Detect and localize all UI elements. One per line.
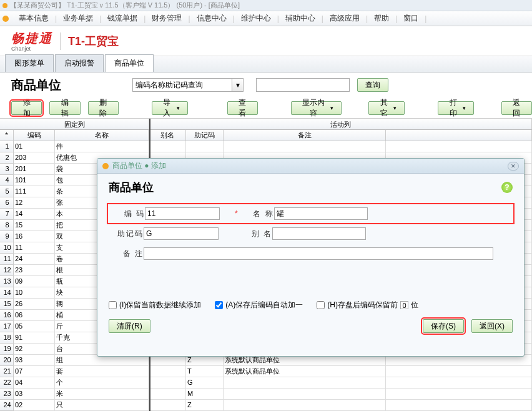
dialog-icon [102, 163, 109, 169]
search-input[interactable] [256, 78, 350, 92]
menu-icon [2, 16, 9, 22]
dialog-title: 商品单位 ● 添加 [112, 161, 166, 171]
app-icon [2, 3, 7, 8]
close-icon[interactable]: ✕ [508, 162, 519, 171]
menu-info[interactable]: 信息中心 [190, 13, 233, 24]
cell-code: 11 [14, 242, 55, 254]
clear-button[interactable]: 清屏(R) [109, 319, 150, 333]
chk-keep-prefix[interactable]: (H)存盘后编码保留前位 [317, 300, 418, 310]
chk-auto-inc-box[interactable] [215, 301, 223, 309]
cell-code: 10 [14, 287, 55, 299]
col-name[interactable]: 名称 [55, 130, 149, 141]
delete-button[interactable]: 删除 [88, 101, 119, 115]
combo-drop-icon[interactable]: ▾ [232, 78, 244, 92]
menu-basic[interactable]: 基本信息 [12, 13, 55, 24]
cell-code: 201 [14, 164, 55, 175]
menu-advanced[interactable]: 高级应用 [323, 13, 366, 24]
cell-name: 套 [55, 366, 149, 377]
table-row[interactable]: 2303米M [0, 389, 532, 400]
menu-assist[interactable]: 辅助中心 [279, 13, 322, 24]
row-num: 17 [0, 321, 14, 332]
col-star[interactable]: * [0, 130, 14, 141]
cell-code: 12 [14, 197, 55, 209]
chk-auto-inc[interactable]: (A)保存后编码自动加一 [215, 300, 303, 310]
cell-mnem: Z [186, 400, 224, 411]
help-icon[interactable]: ? [501, 182, 513, 193]
cell-code: 101 [14, 175, 55, 186]
logo-sub: Chanjet [11, 46, 52, 52]
tab-unit[interactable]: 商品单位 [105, 54, 154, 72]
other-button[interactable]: 其它 [368, 101, 405, 115]
table-row[interactable]: 2107套T系统默认商品单位 [0, 366, 532, 377]
window-titlebar: 【某某商贸公司】 T1-工贸宝 v 11.5（客户端 V 11.5） (50用户… [0, 0, 532, 11]
window-title: 【某某商贸公司】 T1-工贸宝 v 11.5（客户端 V 11.5） (50用户… [10, 1, 240, 10]
main-menubar: 基本信息| 业务单据| 钱流单据| 财务管理| 信息中心| 维护中心| 辅助中心… [0, 11, 532, 26]
col-mnem[interactable]: 助记码 [186, 130, 224, 141]
view-button[interactable]: 查看 [227, 101, 258, 115]
menu-business[interactable]: 业务单据 [57, 13, 99, 24]
menu-cash[interactable]: 钱流单据 [101, 13, 144, 24]
cell-alias [149, 389, 186, 400]
cell-code: 01 [14, 141, 55, 152]
search-button[interactable]: 查询 [357, 78, 388, 92]
row-num: 15 [0, 299, 14, 310]
row-num: 8 [0, 220, 14, 231]
cell-code: 93 [14, 355, 55, 366]
remark-input[interactable] [144, 247, 493, 260]
cell-extra [386, 389, 532, 400]
table-row[interactable]: 101件 [0, 141, 532, 152]
search-combo-input[interactable] [132, 78, 232, 92]
logo-product: T1-工贸宝 [68, 34, 119, 49]
save-button[interactable]: 保存(S) [423, 319, 464, 333]
chk-keep-prefix-box[interactable] [317, 301, 325, 309]
chk-keep-data[interactable]: (I)保留当前数据继续添加 [109, 300, 201, 310]
add-button[interactable]: 添加 [11, 101, 42, 115]
tab-graph[interactable]: 图形菜单 [5, 54, 54, 72]
import-button[interactable]: 导入 [152, 101, 188, 115]
add-unit-dialog: 商品单位 ● 添加 ✕ 商品单位 ? 编 码 * 名 称 助记码 别 名 备 注… [97, 158, 525, 357]
alias-input[interactable] [272, 227, 366, 240]
row-num: 13 [0, 276, 14, 287]
prefix-spin[interactable] [400, 301, 408, 309]
dialog-titlebar[interactable]: 商品单位 ● 添加 ✕ [97, 159, 524, 174]
code-input[interactable] [145, 207, 220, 220]
logo-divider [60, 32, 61, 50]
col-alias[interactable]: 别名 [149, 130, 186, 141]
menu-finance[interactable]: 财务管理 [145, 13, 188, 24]
mnem-input[interactable] [144, 227, 219, 240]
row-num: 3 [0, 164, 14, 175]
cell-code: 05 [14, 321, 55, 332]
col-remark[interactable]: 备注 [224, 130, 386, 141]
dialog-back-button[interactable]: 返回(X) [471, 319, 513, 333]
tab-row: 图形菜单 启动报警 商品单位 [0, 56, 532, 72]
row-num: 1 [0, 141, 14, 152]
search-combo[interactable]: ▾ [132, 78, 244, 92]
cell-remark [224, 389, 386, 400]
menu-help[interactable]: 帮助 [368, 13, 395, 24]
row-num: 4 [0, 175, 14, 186]
cell-code: 04 [14, 377, 55, 389]
cell-name: 只 [55, 400, 149, 411]
cell-code: 16 [14, 231, 55, 242]
name-input[interactable] [274, 207, 368, 220]
menu-window[interactable]: 窗口 [397, 13, 425, 24]
cell-code: 24 [14, 254, 55, 265]
cell-code: 06 [14, 310, 55, 321]
back-button[interactable]: 返回 [501, 101, 532, 115]
cell-code: 26 [14, 299, 55, 310]
table-row[interactable]: 2204个G [0, 377, 532, 389]
col-code[interactable]: 编码 [14, 130, 55, 141]
tab-alarm[interactable]: 启动报警 [55, 54, 104, 72]
edit-button[interactable]: 编辑 [49, 101, 80, 115]
menu-maintain[interactable]: 维护中心 [235, 13, 277, 24]
cell-code: 14 [14, 209, 55, 220]
cell-alias [149, 366, 186, 377]
chk-keep-data-box[interactable] [109, 301, 117, 309]
row-num: 14 [0, 287, 14, 299]
print-button[interactable]: 打印 [438, 101, 474, 115]
logo-brand: 畅捷通 Chanjet [11, 30, 52, 52]
table-row[interactable]: 2402只Z [0, 400, 532, 411]
display-button[interactable]: 显示内容 [291, 101, 342, 115]
cell-code: 09 [14, 276, 55, 287]
cell-code: 92 [14, 344, 55, 355]
